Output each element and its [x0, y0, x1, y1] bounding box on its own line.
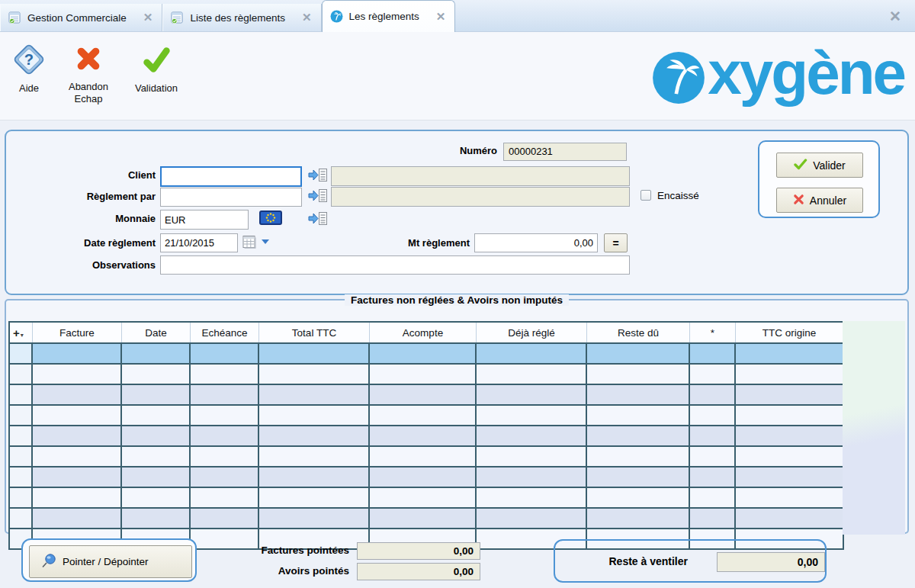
factures-pointees-field: 0,00: [357, 542, 480, 560]
table-row[interactable]: [10, 509, 843, 529]
factures-fieldset: Factures non réglées & Avoirs non imputé…: [5, 299, 909, 534]
factures-table: +▾FactureDateEchéanceTotal TTCAcompteDéj…: [8, 321, 844, 550]
table-cell: [736, 447, 843, 466]
table-cell: [122, 488, 191, 507]
table-cell: [33, 509, 122, 528]
date-dropdown-caret[interactable]: [262, 239, 269, 244]
table-row[interactable]: [10, 426, 843, 447]
monnaie-lookup-icon[interactable]: [308, 211, 328, 229]
table-cell: [259, 468, 370, 487]
avoirs-pointes-label: Avoirs pointés: [195, 565, 349, 577]
table-cell: [33, 447, 122, 466]
document-grid-icon: [171, 11, 184, 24]
check-icon: [794, 158, 807, 173]
tab-label: Les règlements: [349, 11, 419, 22]
tab-close-icon[interactable]: ✕: [302, 11, 312, 24]
monnaie-input[interactable]: [160, 210, 249, 230]
column-header[interactable]: TTC origine: [736, 323, 843, 342]
table-cell: [736, 365, 843, 384]
table-cell: [370, 426, 477, 445]
pointer-label: Pointer / Dépointer: [63, 556, 149, 567]
table-cell: [33, 468, 122, 487]
tab-liste-des-reglements[interactable]: Liste des règlements ✕: [162, 4, 321, 31]
table-cell: [33, 406, 122, 425]
date-reglement-input[interactable]: [160, 233, 238, 252]
table-cell: [587, 488, 690, 507]
aide-button[interactable]: ? Aide: [9, 43, 49, 95]
pointer-depointer-button[interactable]: Pointer / Dépointer: [29, 545, 192, 578]
abandon-x-icon: [72, 43, 104, 78]
valider-label: Valider: [813, 159, 846, 172]
table-cell: [587, 468, 690, 487]
table-cell: [10, 509, 33, 528]
valider-button[interactable]: Valider: [776, 153, 863, 178]
table-cell: [370, 344, 477, 363]
table-row[interactable]: [10, 468, 843, 488]
tab-close-icon[interactable]: ✕: [436, 10, 446, 24]
table-cell: [10, 488, 33, 507]
table-cell: [122, 509, 191, 528]
table-cell: [191, 385, 259, 404]
client-lookup-icon[interactable]: [308, 168, 328, 185]
column-header[interactable]: Acompte: [370, 323, 477, 342]
table-row[interactable]: [10, 385, 843, 406]
tabbar-close-icon[interactable]: ✕: [889, 8, 901, 25]
table-row[interactable]: [10, 447, 843, 468]
client-input[interactable]: [160, 166, 302, 187]
tab-close-icon[interactable]: ✕: [143, 11, 153, 24]
toolbar: ? Aide Abandon Echap Validation xygène: [0, 32, 915, 120]
column-header[interactable]: Date: [122, 323, 191, 342]
column-header[interactable]: Total TTC: [259, 323, 370, 342]
table-cell: [259, 365, 370, 384]
table-cell: [370, 365, 477, 384]
abandon-button[interactable]: Abandon Echap: [63, 43, 114, 105]
table-cell: [587, 406, 690, 425]
column-chooser-icon[interactable]: +▾: [10, 323, 33, 342]
tab-gestion-commerciale[interactable]: Gestion Commerciale ✕: [0, 4, 162, 31]
column-header[interactable]: Déjà réglé: [477, 323, 587, 342]
validation-button[interactable]: Validation: [128, 43, 185, 95]
table-cell: [10, 426, 33, 445]
reglement-par-lookup-icon[interactable]: [308, 188, 328, 206]
table-cell: [587, 447, 690, 466]
reglement-par-input[interactable]: [160, 188, 302, 207]
table-cell: [736, 488, 843, 507]
calendar-icon[interactable]: [242, 235, 257, 252]
table-cell: [191, 488, 259, 507]
table-cell: [10, 447, 33, 466]
table-cell: [477, 365, 587, 384]
mt-reglement-input[interactable]: [474, 233, 598, 252]
table-row[interactable]: [10, 488, 843, 509]
table-row[interactable]: [10, 344, 843, 365]
observations-input[interactable]: [160, 255, 630, 275]
table-cell: [259, 426, 370, 445]
table-cell: [587, 365, 690, 384]
mt-reglement-label: Mt règlement: [314, 237, 470, 249]
column-header[interactable]: Echéance: [191, 323, 259, 342]
eu-flag-icon[interactable]: [259, 210, 282, 228]
table-row[interactable]: [10, 406, 843, 426]
table-cell: [370, 385, 477, 404]
table-cell: [370, 488, 477, 507]
table-cell: [587, 344, 690, 363]
observations-label: Observations: [6, 259, 156, 271]
table-cell: [690, 468, 736, 487]
table-cell: [587, 385, 690, 404]
annuler-button[interactable]: Annuler: [776, 188, 863, 213]
table-cell: [690, 447, 736, 466]
equals-button[interactable]: =: [604, 233, 628, 252]
table-cell: [477, 488, 587, 507]
column-header[interactable]: Reste dû: [587, 323, 690, 342]
tab-les-reglements[interactable]: Les règlements ✕: [322, 0, 456, 32]
table-cell: [736, 509, 843, 528]
encaisse-checkbox[interactable]: [640, 190, 651, 201]
table-cell: [477, 426, 587, 445]
table-cell: [259, 509, 370, 528]
table-cell: [736, 385, 843, 404]
numero-label: Numéro: [342, 145, 497, 156]
table-cell: [690, 509, 736, 528]
table-row[interactable]: [10, 365, 843, 385]
column-header[interactable]: *: [690, 323, 736, 342]
table-cell: [122, 365, 191, 384]
column-header[interactable]: Facture: [33, 323, 122, 342]
